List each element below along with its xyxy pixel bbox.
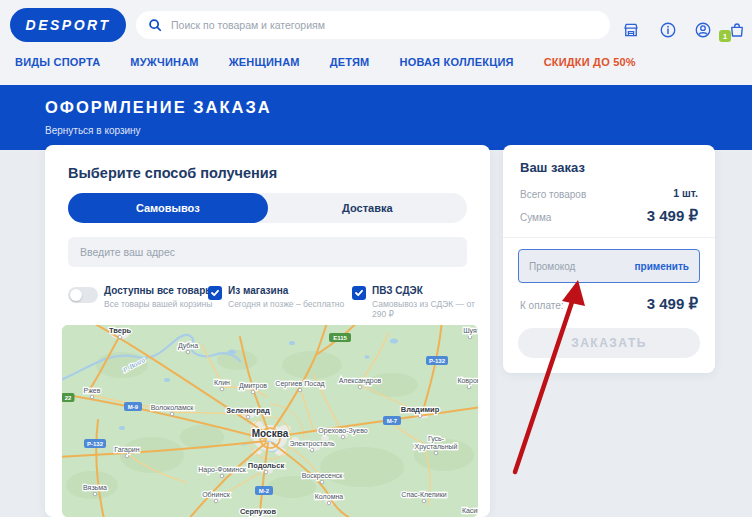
map-city-label: Владимир	[401, 405, 440, 414]
map-city-label: Подольск	[248, 461, 285, 470]
map-city-label: Зеленоград	[226, 406, 270, 415]
search-bar[interactable]	[136, 11, 610, 39]
svg-text:М-7: М-7	[387, 418, 398, 424]
map-city-label: Коломна	[315, 493, 344, 500]
tab-delivery[interactable]: Доставка	[268, 193, 468, 223]
svg-text:М-2: М-2	[259, 488, 270, 494]
map-city-label: Сергиев Посад	[275, 380, 324, 388]
items-count-value: 1 шт.	[673, 187, 698, 199]
option-cdek: ПВЗ СДЭК Самовывоз из СДЭК — от 290 ₽	[372, 285, 490, 319]
svg-text:Р-132: Р-132	[87, 441, 104, 447]
store-icon[interactable]	[622, 21, 640, 39]
tab-pickup[interactable]: Самовывоз	[68, 193, 268, 223]
map-canvas: E115Р-13222М-9М-7Р-132М-2ТверьДубнаШуяКл…	[62, 325, 478, 517]
map-city-label: Ржев	[84, 387, 101, 394]
map-city-label: Наро-Фоминск	[198, 466, 246, 474]
map-city-label: Дубна	[178, 342, 198, 350]
map-city-label: Орехово-Зуево	[318, 427, 367, 435]
map-city-label: Электросталь	[289, 440, 335, 448]
nav-item-kids[interactable]: ДЕТЯМ	[330, 56, 370, 68]
logo[interactable]: DESPORT	[10, 8, 126, 42]
map-city-label: Москва	[252, 428, 289, 439]
delivery-heading: Выберите способ получения	[68, 165, 277, 181]
info-icon[interactable]	[659, 21, 677, 39]
address-field[interactable]	[68, 237, 467, 267]
delivery-method-card: Выберите способ получения Самовывоз Дост…	[45, 145, 490, 517]
map-city-label: Спас-Клепики	[401, 491, 446, 498]
option-label[interactable]: Доступны все товары	[104, 285, 214, 296]
back-to-cart-link[interactable]: Вернуться в корзину	[45, 125, 141, 136]
order-summary-card: Ваш заказ Всего товаров 1 шт. Сумма 3 49…	[503, 145, 715, 373]
pickup-map[interactable]: E115Р-13222М-9М-7Р-132М-2ТверьДубнаШуяКл…	[62, 325, 478, 517]
nav-item-women[interactable]: ЖЕНЩИНАМ	[229, 56, 300, 68]
divider	[503, 237, 715, 238]
check-icon	[354, 288, 364, 298]
address-input[interactable]	[80, 246, 455, 258]
map-city-label: Обнинск	[202, 491, 231, 498]
promo-apply-link[interactable]: применить	[635, 261, 690, 272]
nav-item-men[interactable]: МУЖЧИНАМ	[130, 56, 198, 68]
promo-code-field[interactable]: применить	[518, 249, 700, 283]
option-label[interactable]: ПВЗ СДЭК	[372, 285, 490, 296]
items-count-label: Всего товаров	[520, 189, 586, 200]
logo-text: DESPORT	[26, 17, 111, 33]
map-city-label: Волоколамск	[151, 404, 195, 411]
map-city-label: Воскресенск	[302, 472, 344, 480]
map-city-label: Вязьма	[83, 484, 107, 491]
option-sublabel: Самовывоз из СДЭК — от 290 ₽	[372, 299, 490, 319]
cart-count-badge: 1	[719, 30, 731, 42]
map-city-label: Клин	[214, 379, 230, 386]
check-icon	[210, 288, 220, 298]
main-nav: ВИДЫ СПОРТА МУЖЧИНАМ ЖЕНЩИНАМ ДЕТЯМ НОВА…	[15, 56, 636, 68]
option-sublabel: Сегодня и позже – бесплатно	[228, 299, 344, 309]
option-from-store: Из магазина Сегодня и позже – бесплатно	[228, 285, 344, 309]
place-order-button[interactable]: ЗАКАЗАТЬ	[518, 328, 700, 358]
subtotal-value: 3 499 ₽	[647, 207, 698, 225]
all-items-toggle[interactable]	[68, 287, 98, 303]
page-title: ОФОРМЛЕНИЕ ЗАКАЗА	[45, 98, 272, 117]
nav-item-sports[interactable]: ВИДЫ СПОРТА	[15, 56, 100, 68]
option-all-items: Доступны все товары Все товары вашей кор…	[104, 285, 214, 309]
svg-text:М-9: М-9	[128, 404, 139, 410]
total-value: 3 499 ₽	[647, 295, 698, 313]
svg-text:22: 22	[65, 395, 72, 401]
total-label: К оплате:	[520, 300, 564, 311]
map-city-label: Дмитров	[239, 382, 267, 390]
promo-code-input[interactable]	[529, 261, 629, 272]
nav-item-new-collection[interactable]: НОВАЯ КОЛЛЕКЦИЯ	[399, 56, 513, 68]
map-city-label: Гагарин	[114, 446, 139, 454]
checkout-page: DESPORT 1 ВИДЫ СПОР	[0, 0, 752, 517]
nav-item-sale[interactable]: СКИДКИ ДО 50%	[544, 56, 636, 68]
subtotal-label: Сумма	[520, 212, 551, 223]
cdek-checkbox[interactable]	[352, 286, 366, 300]
map-city-label: Касим	[462, 507, 478, 514]
search-icon	[148, 18, 162, 32]
option-label[interactable]: Из магазина	[228, 285, 344, 296]
option-sublabel: Все товары вашей корзины	[104, 299, 214, 309]
map-city-label: Тверь	[109, 326, 132, 335]
header: DESPORT 1 ВИДЫ СПОР	[0, 0, 752, 85]
toggle-knob	[70, 289, 82, 301]
checkout-banner: ОФОРМЛЕНИЕ ЗАКАЗА Вернуться в корзину	[0, 85, 752, 150]
map-city-label: Серпухов	[240, 507, 277, 516]
profile-icon[interactable]	[694, 21, 712, 39]
from-store-checkbox[interactable]	[208, 286, 222, 300]
map-city-label: Ковров	[457, 377, 478, 385]
order-title: Ваш заказ	[520, 160, 585, 175]
map-city-label: Хрустальный	[415, 443, 458, 451]
svg-text:Р-132: Р-132	[429, 358, 446, 364]
map-city-label: Шуя	[463, 327, 477, 335]
delivery-tabs: Самовывоз Доставка	[68, 193, 467, 223]
search-input[interactable]	[171, 19, 598, 31]
map-city-label: Александров	[339, 377, 382, 385]
map-city-label: Гусь-	[428, 435, 445, 443]
svg-text:E115: E115	[333, 335, 347, 341]
